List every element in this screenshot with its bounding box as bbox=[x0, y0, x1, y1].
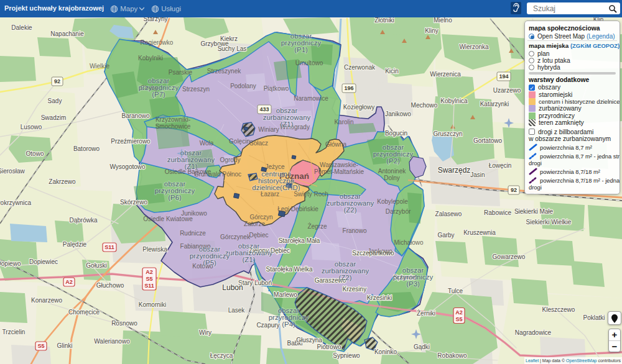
svg-text:Mechowo: Mechowo bbox=[411, 102, 438, 109]
svg-text:Koninko: Koninko bbox=[374, 348, 397, 355]
svg-text:Rudnicze: Rudnicze bbox=[180, 230, 206, 237]
svg-text:Zalasewo: Zalasewo bbox=[435, 211, 462, 217]
svg-text:Baranowo: Baranowo bbox=[121, 112, 149, 119]
svg-text:(P4): (P4) bbox=[282, 321, 295, 328]
svg-text:S5: S5 bbox=[146, 276, 152, 282]
svg-text:Warszawskie-: Warszawskie- bbox=[320, 162, 358, 168]
svg-text:(P7): (P7) bbox=[152, 91, 165, 98]
svg-text:Marlewo: Marlewo bbox=[274, 291, 297, 298]
svg-text:Górczynek: Górczynek bbox=[220, 234, 251, 240]
svg-text:Głuchowo: Głuchowo bbox=[96, 282, 124, 289]
svg-text:(P1): (P1) bbox=[294, 46, 308, 53]
svg-text:Komorniki: Komorniki bbox=[139, 301, 166, 308]
svg-text:Kobylnica: Kobylnica bbox=[440, 98, 468, 104]
svg-text:Luboń: Luboń bbox=[222, 283, 243, 292]
svg-text:Podolany: Podolany bbox=[230, 83, 256, 89]
svg-text:A2: A2 bbox=[65, 279, 73, 285]
svg-text:Siekierki Małe: Siekierki Małe bbox=[514, 208, 554, 215]
svg-text:Psarskie: Psarskie bbox=[169, 69, 193, 76]
svg-text:Uzarzewo: Uzarzewo bbox=[493, 87, 521, 94]
svg-text:A2: A2 bbox=[455, 309, 463, 316]
svg-text:Wielkie: Wielkie bbox=[90, 63, 110, 70]
svg-text:Naramowice: Naramowice bbox=[294, 95, 328, 102]
svg-text:Jasin: Jasin bbox=[470, 171, 485, 178]
svg-text:Dąbrówka: Dąbrówka bbox=[69, 217, 97, 224]
svg-text:Sypniewo: Sypniewo bbox=[333, 352, 360, 359]
svg-text:Dopiewo: Dopiewo bbox=[0, 260, 21, 267]
svg-text:Swarzędz: Swarzędz bbox=[438, 166, 471, 175]
svg-text:Kliny: Kliny bbox=[425, 27, 439, 34]
svg-text:Żerniki: Żerniki bbox=[417, 309, 435, 317]
svg-text:Jankowo: Jankowo bbox=[368, 248, 392, 255]
svg-text:Lasek: Lasek bbox=[228, 307, 246, 314]
svg-text:Dalekie: Dalekie bbox=[11, 24, 32, 31]
svg-text:Starołęka Wielka: Starołęka Wielka bbox=[266, 266, 312, 273]
svg-text:Ogrody: Ogrody bbox=[220, 157, 241, 163]
svg-text:Sołacz: Sołacz bbox=[249, 140, 268, 147]
svg-text:Przeźmierowo: Przeźmierowo bbox=[111, 138, 151, 145]
svg-text:Łęgi Dębińskie: Łęgi Dębińskie bbox=[277, 206, 318, 212]
svg-text:Gowarzewo: Gowarzewo bbox=[493, 253, 526, 260]
svg-text:Walerianowo: Walerianowo bbox=[94, 338, 130, 345]
svg-text:(Z1): (Z1) bbox=[280, 121, 293, 128]
svg-text:(Z2): (Z2) bbox=[338, 274, 351, 281]
svg-text:Starołęka Mała: Starołęka Mała bbox=[279, 237, 320, 244]
svg-text:Siekierki Wielkie: Siekierki Wielkie bbox=[526, 219, 572, 225]
svg-text:Wierzenica: Wierzenica bbox=[430, 71, 461, 78]
svg-text:Karolin: Karolin bbox=[334, 119, 353, 125]
svg-text:194: 194 bbox=[499, 73, 508, 80]
svg-text:(P2): (P2) bbox=[386, 157, 400, 165]
svg-text:Rogierówko: Rogierówko bbox=[141, 39, 174, 46]
svg-text:Złotniki: Złotniki bbox=[374, 17, 394, 24]
svg-text:Napachanie: Napachanie bbox=[50, 30, 84, 37]
svg-text:Robakowo: Robakowo bbox=[437, 352, 467, 359]
svg-text:Janikowo: Janikowo bbox=[385, 111, 411, 117]
svg-text:Osiedle Kwiatowe: Osiedle Kwiatowe bbox=[143, 216, 193, 222]
svg-text:Batorowo: Batorowo bbox=[73, 145, 100, 152]
svg-text:Winiary: Winiary bbox=[258, 126, 279, 133]
svg-text:Golęcin: Golęcin bbox=[229, 138, 250, 145]
svg-text:Franowo: Franowo bbox=[343, 227, 367, 234]
svg-text:Krzesiny: Krzesiny bbox=[343, 286, 366, 293]
svg-text:Wola: Wola bbox=[200, 140, 214, 147]
svg-text:196: 196 bbox=[344, 85, 353, 91]
svg-text:Bogucin: Bogucin bbox=[385, 130, 407, 137]
svg-text:Grunwald Północ: Grunwald Północ bbox=[194, 171, 241, 178]
svg-text:433: 433 bbox=[259, 106, 269, 112]
svg-text:Piotrowo: Piotrowo bbox=[317, 344, 341, 350]
svg-text:Plewiska: Plewiska bbox=[142, 246, 167, 253]
svg-text:Wysogotowo: Wysogotowo bbox=[109, 163, 146, 170]
svg-text:Gądki: Gądki bbox=[414, 344, 430, 350]
svg-text:Górczyn: Górczyn bbox=[249, 214, 272, 221]
svg-text:Czerwonak: Czerwonak bbox=[344, 64, 376, 71]
svg-text:(P3): (P3) bbox=[406, 280, 420, 288]
svg-text:Żegrze: Żegrze bbox=[307, 222, 327, 230]
svg-text:Lusowo: Lusowo bbox=[21, 124, 42, 130]
svg-text:Kleszczewo: Kleszczewo bbox=[542, 306, 575, 313]
svg-text:Łowęcin: Łowęcin bbox=[489, 162, 512, 169]
svg-text:Palędzie: Palędzie bbox=[63, 241, 87, 248]
svg-text:(Z1): (Z1) bbox=[242, 256, 255, 263]
svg-text:(Z2): (Z2) bbox=[343, 206, 356, 214]
svg-text:Skórzewo: Skórzewo bbox=[120, 199, 147, 206]
svg-text:Michałowo: Michałowo bbox=[394, 239, 424, 246]
svg-text:Strzeszyn: Strzeszyn bbox=[182, 86, 210, 93]
svg-text:A2: A2 bbox=[146, 269, 153, 275]
svg-text:Zatorze: Zatorze bbox=[244, 221, 265, 227]
svg-text:Krzesinki: Krzesinki bbox=[367, 294, 392, 301]
svg-text:92: 92 bbox=[511, 187, 517, 193]
svg-text:Zakrzewo: Zakrzewo bbox=[49, 178, 76, 185]
svg-text:S5: S5 bbox=[37, 343, 44, 349]
svg-text:(P6): (P6) bbox=[168, 194, 182, 201]
svg-text:Kicin: Kicin bbox=[385, 68, 399, 75]
svg-text:Suchy Las: Suchy Las bbox=[218, 45, 247, 52]
svg-text:Głuszyna: Głuszyna bbox=[296, 337, 322, 344]
svg-text:Garby: Garby bbox=[437, 232, 454, 239]
svg-text:Piątkowo: Piątkowo bbox=[264, 85, 289, 92]
svg-text:Czapury: Czapury bbox=[256, 322, 279, 329]
svg-text:Jeżyce: Jeżyce bbox=[265, 163, 285, 170]
svg-text:Kobylniki: Kobylniki bbox=[138, 55, 163, 61]
svg-text:Główna: Główna bbox=[325, 141, 346, 148]
svg-text:Poklatki: Poklatki bbox=[583, 314, 605, 321]
svg-text:Dębiec: Dębiec bbox=[249, 232, 268, 239]
